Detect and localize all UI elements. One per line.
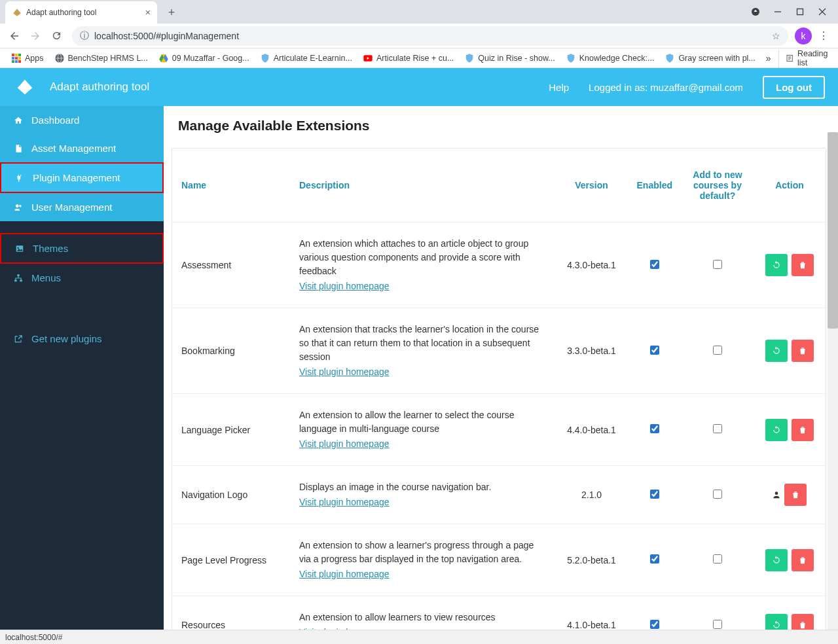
svg-rect-28	[20, 279, 22, 281]
plugin-homepage-link[interactable]: Visit plugin homepage	[299, 567, 390, 581]
sidebar-item-label: Themes	[33, 243, 68, 254]
column-enabled[interactable]: Enabled	[628, 149, 682, 223]
enabled-checkbox[interactable]	[650, 260, 659, 269]
svg-rect-2	[797, 9, 803, 15]
sidebar-item-get-plugins[interactable]: Get new plugins	[0, 325, 164, 353]
bookmark-item[interactable]: Apps	[8, 52, 47, 65]
delete-button[interactable]	[792, 419, 814, 441]
enabled-checkbox[interactable]	[650, 554, 659, 564]
nav-forward-icon[interactable]	[26, 27, 45, 45]
table-row: Language PickerAn extension to allow the…	[172, 394, 826, 466]
reading-list-label: Reading list	[797, 49, 830, 67]
bookmark-item[interactable]: Articulate E-Learnin...	[257, 52, 355, 65]
delete-button[interactable]	[792, 549, 814, 571]
enabled-checkbox[interactable]	[650, 424, 659, 433]
sidebar-item-asset-management[interactable]: Asset Management	[0, 134, 164, 162]
cell-enabled	[628, 524, 682, 596]
nav-back-icon[interactable]	[5, 27, 24, 45]
cell-add-default	[682, 223, 754, 308]
window-close-icon[interactable]	[813, 3, 831, 21]
delete-button[interactable]	[792, 340, 814, 362]
bookmark-star-icon[interactable]: ☆	[772, 31, 780, 41]
cell-version: 2.1.0	[556, 466, 628, 524]
plugin-homepage-link[interactable]: Visit plugin homepage	[299, 279, 390, 293]
enabled-checkbox[interactable]	[650, 620, 659, 629]
refresh-button[interactable]	[765, 254, 788, 276]
sidebar-item-menus[interactable]: Menus	[0, 264, 164, 292]
bookmark-item[interactable]: Knowledge Check:...	[562, 52, 658, 65]
plugin-homepage-link[interactable]: Visit plugin homepage	[299, 365, 390, 379]
cell-description: An extension that tracks the learner's l…	[290, 308, 556, 394]
delete-button[interactable]	[784, 484, 807, 506]
column-version[interactable]: Version	[556, 149, 628, 223]
users-icon	[13, 203, 24, 212]
cell-action	[754, 308, 826, 394]
delete-button[interactable]	[792, 614, 814, 630]
bookmarks-overflow[interactable]: »	[763, 52, 774, 65]
address-bar[interactable]: ⓘ localhost:5000/#pluginManagement ☆	[72, 26, 788, 46]
plugin-homepage-link[interactable]: Visit plugin homepage	[299, 495, 390, 509]
app-logo-icon[interactable]	[13, 75, 37, 99]
chrome-search-icon[interactable]	[746, 3, 765, 21]
refresh-button[interactable]	[765, 614, 788, 630]
svg-rect-9	[15, 57, 18, 60]
cell-enabled	[628, 466, 682, 524]
user-icon	[772, 491, 781, 501]
column-add-default[interactable]: Add to new courses by default?	[682, 149, 754, 223]
cell-name: Assessment	[172, 223, 290, 308]
cell-add-default	[682, 308, 754, 394]
window-maximize-icon[interactable]	[791, 3, 809, 21]
add-default-checkbox[interactable]	[713, 260, 722, 269]
bookmark-label: Articulate Rise + cu...	[376, 54, 454, 63]
profile-avatar[interactable]: k	[795, 27, 812, 45]
svg-point-23	[19, 204, 22, 207]
add-default-checkbox[interactable]	[713, 346, 722, 355]
add-default-checkbox[interactable]	[713, 424, 722, 433]
column-action[interactable]: Action	[754, 149, 826, 223]
bookmark-item[interactable]: Gray screen with pl...	[661, 52, 758, 65]
new-tab-button[interactable]: +	[162, 3, 181, 22]
bookmark-item[interactable]: 09 Muzaffar - Goog...	[155, 52, 253, 65]
refresh-button[interactable]	[765, 419, 788, 441]
tab-close-icon[interactable]: ×	[145, 7, 151, 18]
refresh-button[interactable]	[765, 549, 788, 571]
svg-rect-11	[12, 60, 14, 63]
cell-add-default	[682, 596, 754, 630]
browser-tab[interactable]: Adapt authoring tool ×	[5, 1, 157, 24]
sidebar-item-dashboard[interactable]: Dashboard	[0, 106, 164, 134]
enabled-checkbox[interactable]	[650, 490, 659, 499]
cell-add-default	[682, 524, 754, 596]
bookmark-item[interactable]: BenchStep HRMS L...	[51, 52, 151, 65]
svg-rect-8	[12, 57, 14, 60]
chrome-menu-icon[interactable]: ⋮	[814, 27, 833, 45]
svg-rect-13	[18, 60, 21, 63]
sidebar-item-plugin-management[interactable]: Plugin Management	[0, 162, 164, 193]
logout-button[interactable]: Log out	[763, 76, 825, 99]
refresh-button[interactable]	[765, 340, 788, 362]
scrollbar[interactable]	[828, 132, 838, 630]
bookmark-item[interactable]: Quiz in Rise - show...	[461, 52, 558, 65]
add-default-checkbox[interactable]	[713, 490, 722, 499]
cell-add-default	[682, 466, 754, 524]
bookmark-item[interactable]: Articulate Rise + cu...	[359, 52, 457, 65]
column-description[interactable]: Description	[290, 149, 556, 223]
scrollbar-thumb[interactable]	[828, 132, 838, 329]
delete-button[interactable]	[792, 254, 814, 276]
column-name[interactable]: Name	[172, 149, 290, 223]
add-default-checkbox[interactable]	[713, 620, 722, 629]
cell-enabled	[628, 596, 682, 630]
reading-list-button[interactable]: Reading list	[778, 49, 831, 67]
nav-reload-icon[interactable]	[47, 27, 65, 45]
add-default-checkbox[interactable]	[713, 554, 722, 564]
svg-rect-6	[15, 54, 18, 56]
window-minimize-icon[interactable]	[769, 3, 787, 21]
bookmark-label: 09 Muzaffar - Goog...	[172, 54, 249, 63]
plugin-homepage-link[interactable]: Visit plugin homepage	[299, 626, 390, 630]
sidebar-item-themes[interactable]: Themes	[0, 233, 164, 264]
site-info-icon[interactable]: ⓘ	[80, 30, 89, 42]
enabled-checkbox[interactable]	[650, 346, 659, 355]
help-link[interactable]: Help	[549, 82, 569, 93]
plugin-homepage-link[interactable]: Visit plugin homepage	[299, 437, 390, 451]
page-heading: Manage Available Extensions	[164, 106, 838, 140]
sidebar-item-user-management[interactable]: User Management	[0, 193, 164, 221]
